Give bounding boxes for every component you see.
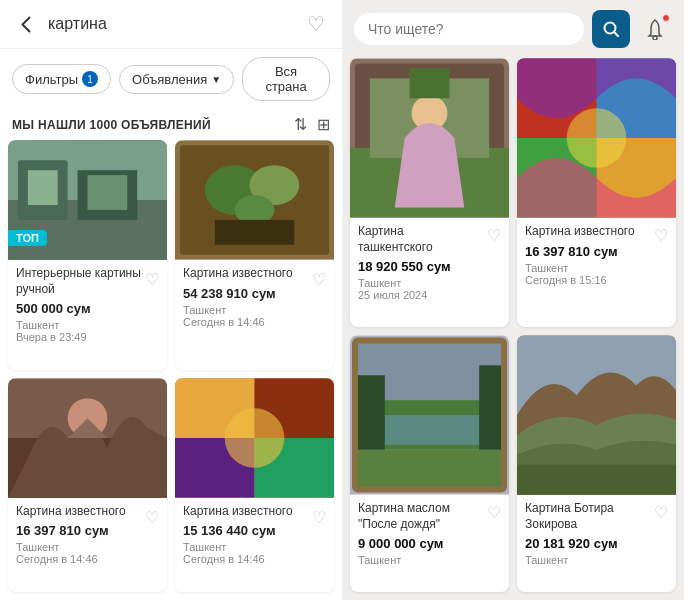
right-card-3-image xyxy=(350,335,509,495)
right-card-4-title: Картина Ботира Зокирова xyxy=(525,501,668,532)
top-badge-1: ТОП xyxy=(8,230,47,246)
card-1-body: Интерьерные картины ручной 500 000 сум Т… xyxy=(8,260,167,351)
right-cards-grid: ♡ Картина ташкентского 18 920 550 сум Та… xyxy=(342,58,684,600)
card-1-price: 500 000 сум xyxy=(16,301,159,316)
search-button[interactable] xyxy=(592,10,630,48)
right-card-2-heart[interactable]: ♡ xyxy=(654,226,668,245)
filters-label: Фильтры xyxy=(25,72,78,87)
svg-rect-40 xyxy=(355,375,385,450)
right-card-4-price: 20 181 920 сум xyxy=(525,536,668,551)
right-card-3-title: Картина маслом "После дождя" xyxy=(358,501,501,532)
right-card-3-body: Картина маслом "После дождя" 9 000 000 с… xyxy=(350,495,509,574)
card-2[interactable]: ♡ Картина известного 54 238 910 сум Ташк… xyxy=(175,140,334,370)
right-card-3[interactable]: ♡ Картина маслом "После дождя" 9 000 000… xyxy=(350,335,509,592)
svg-point-22 xyxy=(653,36,657,40)
left-cards-grid: ТОП ♡ Интерьерные картины ручной 500 000… xyxy=(0,140,342,600)
filters-badge: 1 xyxy=(82,71,98,87)
grid-icon[interactable]: ⊞ xyxy=(317,115,330,134)
card-1-title: Интерьерные картины ручной xyxy=(16,266,159,297)
svg-rect-28 xyxy=(410,68,450,98)
svg-rect-42 xyxy=(355,450,504,490)
results-count: МЫ НАШЛИ 1000 ОБЪЯВЛЕНИЙ xyxy=(12,118,211,132)
card-4-image xyxy=(175,378,334,498)
right-card-3-heart[interactable]: ♡ xyxy=(487,503,501,522)
card-4-location: Ташкент xyxy=(183,541,326,553)
right-card-2[interactable]: ♡ Картина известного 16 397 810 сум Ташк… xyxy=(517,58,676,327)
card-3-body: Картина известного 16 397 810 сум Ташкен… xyxy=(8,498,167,574)
card-1-time: Вчера в 23:49 xyxy=(16,331,159,343)
svg-point-34 xyxy=(567,108,627,168)
right-card-4[interactable]: ♡ Картина Ботира Зокирова 20 181 920 сум… xyxy=(517,335,676,592)
filters-bar: Фильтры 1 Объявления ▼ Вся страна xyxy=(0,49,342,109)
right-card-4-body: Картина Ботира Зокирова 20 181 920 сум Т… xyxy=(517,495,676,574)
filters-button[interactable]: Фильтры 1 xyxy=(12,64,111,94)
right-card-2-image xyxy=(517,58,676,218)
chevron-down-icon: ▼ xyxy=(211,74,221,85)
notification-button[interactable] xyxy=(638,12,672,46)
card-2-location: Ташкент xyxy=(183,304,326,316)
right-card-3-price: 9 000 000 сум xyxy=(358,536,501,551)
card-3-title: Картина известного xyxy=(16,504,159,520)
card-4-title: Картина известного xyxy=(183,504,326,520)
card-1[interactable]: ТОП ♡ Интерьерные картины ручной 500 000… xyxy=(8,140,167,370)
right-card-1-body: Картина ташкентского 18 920 550 сум Ташк… xyxy=(350,218,509,309)
right-card-2-time: Сегодня в 15:16 xyxy=(525,274,668,286)
right-search-bar xyxy=(342,0,684,58)
card-2-heart[interactable]: ♡ xyxy=(312,270,326,289)
left-panel: картина ♡ Фильтры 1 Объявления ▼ Вся стр… xyxy=(0,0,342,600)
right-card-4-heart[interactable]: ♡ xyxy=(654,503,668,522)
right-card-1[interactable]: ♡ Картина ташкентского 18 920 550 сум Та… xyxy=(350,58,509,327)
right-card-2-title: Картина известного xyxy=(525,224,668,240)
objects-label: Объявления xyxy=(132,72,207,87)
country-button[interactable]: Вся страна xyxy=(242,57,330,101)
card-3-image xyxy=(8,378,167,498)
card-3-heart[interactable]: ♡ xyxy=(145,508,159,527)
right-card-1-title: Картина ташкентского xyxy=(358,224,501,255)
right-card-1-location: Ташкент xyxy=(358,277,501,289)
card-4-body: Картина известного 15 136 440 сум Ташкен… xyxy=(175,498,334,574)
right-card-4-image xyxy=(517,335,676,495)
card-4-price: 15 136 440 сум xyxy=(183,523,326,538)
card-3-time: Сегодня в 14:46 xyxy=(16,553,159,565)
svg-point-20 xyxy=(225,408,285,468)
svg-rect-41 xyxy=(479,365,504,449)
results-bar: МЫ НАШЛИ 1000 ОБЪЯВЛЕНИЙ ⇅ ⊞ xyxy=(0,109,342,140)
search-query[interactable]: картина xyxy=(48,15,294,33)
country-label: Вся страна xyxy=(255,64,317,94)
right-card-2-price: 16 397 810 сум xyxy=(525,244,668,259)
right-card-2-body: Картина известного 16 397 810 сум Ташкен… xyxy=(517,218,676,294)
svg-rect-5 xyxy=(88,175,128,210)
right-search-input[interactable] xyxy=(354,13,584,45)
right-card-1-price: 18 920 550 сум xyxy=(358,259,501,274)
card-2-body: Картина известного 54 238 910 сум Ташкен… xyxy=(175,260,334,336)
card-4-heart[interactable]: ♡ xyxy=(312,508,326,527)
back-button[interactable] xyxy=(12,10,40,38)
card-4-time: Сегодня в 14:46 xyxy=(183,553,326,565)
card-2-image xyxy=(175,140,334,260)
right-card-1-image xyxy=(350,58,509,218)
card-3-price: 16 397 810 сум xyxy=(16,523,159,538)
right-card-4-location: Ташкент xyxy=(525,554,668,566)
right-card-1-time: 25 июля 2024 xyxy=(358,289,501,301)
right-card-3-location: Ташкент xyxy=(358,554,501,566)
sort-icon[interactable]: ⇅ xyxy=(294,115,307,134)
svg-rect-39 xyxy=(370,415,489,445)
card-4[interactable]: ♡ Картина известного 15 136 440 сум Ташк… xyxy=(175,378,334,592)
search-bar: картина ♡ xyxy=(0,0,342,49)
card-2-price: 54 238 910 сум xyxy=(183,286,326,301)
card-1-heart[interactable]: ♡ xyxy=(145,270,159,289)
notification-badge xyxy=(662,14,670,22)
svg-rect-46 xyxy=(517,465,676,495)
card-3[interactable]: ♡ Картина известного 16 397 810 сум Ташк… xyxy=(8,378,167,592)
objects-button[interactable]: Объявления ▼ xyxy=(119,65,234,94)
right-panel: ♡ Картина ташкентского 18 920 550 сум Та… xyxy=(342,0,684,600)
right-card-1-heart[interactable]: ♡ xyxy=(487,226,501,245)
svg-rect-3 xyxy=(28,170,58,205)
right-card-2-location: Ташкент xyxy=(525,262,668,274)
view-controls: ⇅ ⊞ xyxy=(294,115,330,134)
svg-rect-11 xyxy=(215,220,295,245)
favorite-button[interactable]: ♡ xyxy=(302,10,330,38)
card-3-location: Ташкент xyxy=(16,541,159,553)
card-1-location: Ташкент xyxy=(16,319,159,331)
card-2-title: Картина известного xyxy=(183,266,326,282)
